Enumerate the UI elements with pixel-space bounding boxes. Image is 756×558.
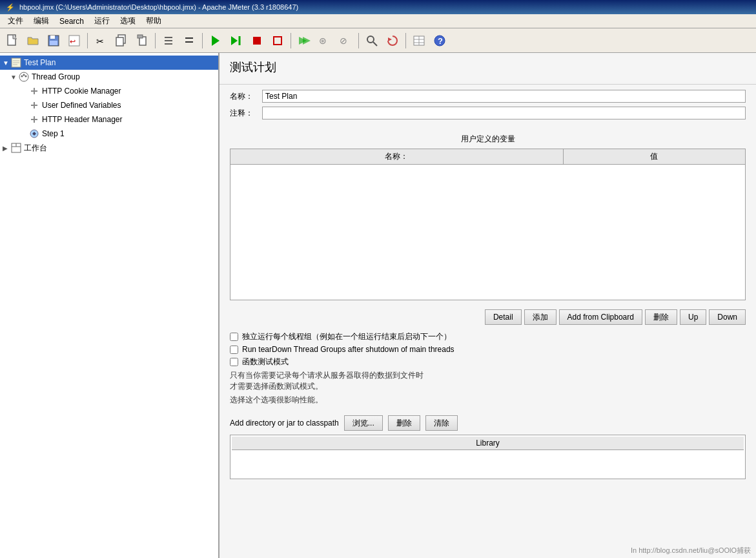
toolbar-list-btn[interactable]	[409, 31, 429, 50]
toolbar-new-btn[interactable]	[3, 31, 22, 50]
tree-item-user-vars[interactable]: ▶ User Defined Variables	[0, 98, 218, 112]
toolbar-run-remote-btn[interactable]	[294, 31, 314, 50]
variables-table: 名称： 值	[230, 149, 746, 165]
svg-point-40	[23, 74, 25, 76]
tree-item-step1[interactable]: ▶ Step 1	[0, 127, 218, 141]
tree-item-test-plan[interactable]: ▼ Test Plan	[0, 56, 218, 70]
classpath-section: Add directory or jar to classpath 浏览... …	[220, 410, 756, 484]
toolbar-clear-remote-btn[interactable]: ⊘	[336, 31, 355, 50]
toolbar-revert-btn[interactable]: ↩	[65, 31, 84, 50]
variables-table-body	[230, 165, 746, 300]
watermark: In http://blog.csdn.net/liu@sOOlO捕获	[631, 546, 751, 555]
menu-file[interactable]: 文件	[3, 14, 28, 28]
classpath-table: Library	[230, 435, 746, 479]
svg-rect-20	[274, 37, 281, 45]
icon-http-cookie	[28, 85, 40, 97]
checkbox2-row: Run tearDown Thread Groups after shutdow…	[230, 345, 746, 354]
tree-item-http-cookie[interactable]: ▶ HTTP Cookie Manager	[0, 84, 218, 98]
svg-point-41	[25, 76, 27, 78]
svg-line-26	[373, 42, 377, 46]
toolbar-sep-2	[155, 33, 156, 48]
tree-item-thread-group[interactable]: ▼ Thread Group	[0, 70, 218, 84]
main-layout: ▼ Test Plan ▼ Thread Group ▶ HTTP Cookie…	[0, 53, 756, 558]
toolbar-sep-1	[87, 33, 88, 48]
label-thread-group: Thread Group	[32, 72, 80, 81]
classpath-clear-button[interactable]: 清除	[425, 415, 458, 431]
up-button[interactable]: Up	[680, 309, 706, 325]
detail-button[interactable]: Detail	[485, 309, 522, 325]
menu-run[interactable]: 运行	[89, 14, 115, 28]
options-section: 独立运行每个线程组（例如在一个组运行结束后启动下一个） Run tearDown…	[220, 329, 756, 410]
checkbox3-row: 函数测试模式	[230, 356, 746, 367]
name-input[interactable]	[262, 90, 746, 103]
library-col-header: Library	[232, 437, 744, 450]
label-http-cookie: HTTP Cookie Manager	[42, 87, 121, 96]
toolbar-help-btn[interactable]: ?	[430, 31, 449, 50]
tree-item-workbench[interactable]: ▶ 工作台	[0, 141, 218, 155]
toolbar-open-btn[interactable]	[23, 31, 43, 50]
toolbar-shutdown-btn[interactable]	[268, 31, 287, 50]
checkbox1-row: 独立运行每个线程组（例如在一个组运行结束后启动下一个）	[230, 331, 746, 342]
svg-text:⊛: ⊛	[319, 36, 327, 46]
comment-input[interactable]	[262, 107, 746, 119]
title-bar: ⚡ hbpool.jmx (C:\Users\Administrator\Des…	[0, 0, 756, 14]
name-label: 名称：	[230, 91, 262, 102]
toolbar-paste-btn[interactable]	[132, 31, 152, 50]
checkbox1-input[interactable]	[230, 333, 238, 341]
svg-point-38	[19, 72, 28, 81]
svg-marker-16	[212, 36, 220, 46]
toolbar-reset-btn[interactable]	[383, 31, 402, 50]
arrow-workbench: ▶	[3, 145, 10, 152]
classpath-row: Add directory or jar to classpath 浏览... …	[230, 415, 746, 431]
icon-workbench	[10, 142, 22, 154]
toolbar-collapse-btn[interactable]	[179, 31, 199, 50]
content-title: 测试计划	[230, 59, 746, 75]
icon-step1	[28, 128, 40, 140]
label-workbench: 工作台	[24, 143, 47, 154]
checkbox3-input[interactable]	[230, 358, 238, 366]
menu-options[interactable]: 选项	[115, 14, 141, 28]
app-icon: ⚡	[5, 2, 15, 12]
svg-text:↩: ↩	[70, 37, 76, 45]
variables-section: 用户定义的变量 名称： 值	[230, 134, 746, 300]
svg-rect-10	[138, 35, 143, 38]
toolbar-run-nopause-btn[interactable]	[227, 31, 246, 50]
svg-text:?: ?	[438, 36, 443, 46]
classpath-delete-button[interactable]: 删除	[388, 415, 420, 431]
title-text: hbpool.jmx (C:\Users\Administrator\Deskt…	[19, 3, 298, 11]
label-test-plan: Test Plan	[24, 58, 56, 67]
label-step1: Step 1	[42, 129, 65, 138]
delete-button[interactable]: 删除	[645, 309, 677, 325]
label-http-header: HTTP Header Manager	[42, 115, 123, 124]
menu-help[interactable]: 帮助	[141, 14, 167, 28]
browse-button[interactable]: 浏览...	[344, 415, 383, 431]
menu-bar: 文件 编辑 Search 运行 选项 帮助	[0, 14, 756, 28]
add-button[interactable]: 添加	[524, 309, 557, 325]
label-user-vars: User Defined Variables	[42, 101, 121, 110]
svg-marker-17	[231, 36, 238, 45]
checkbox2-input[interactable]	[230, 346, 238, 354]
buttons-row: Detail 添加 Add from Clipboard 删除 Up Down	[220, 305, 756, 329]
svg-rect-3	[50, 41, 57, 45]
down-button[interactable]: Down	[709, 309, 746, 325]
tree-item-http-header[interactable]: ▶ HTTP Header Manager	[0, 112, 218, 127]
toolbar-search-btn[interactable]	[362, 31, 382, 50]
add-clipboard-button[interactable]: Add from Clipboard	[559, 309, 642, 325]
icon-user-vars	[28, 99, 40, 111]
arrow-thread-group: ▼	[10, 74, 18, 81]
name-row: 名称：	[230, 90, 746, 103]
svg-point-39	[21, 76, 23, 78]
toolbar-expand-btn[interactable]	[159, 31, 178, 50]
toolbar-cut-btn[interactable]: ✂	[91, 31, 110, 50]
svg-text:✂: ✂	[96, 36, 104, 46]
menu-edit[interactable]: 编辑	[28, 14, 54, 28]
toolbar-stop-remote-btn[interactable]: ⊛	[315, 31, 334, 50]
toolbar-save-btn[interactable]	[44, 31, 63, 50]
menu-search[interactable]: Search	[54, 16, 89, 27]
toolbar-copy-btn[interactable]	[112, 31, 131, 50]
toolbar-stop-btn[interactable]	[247, 31, 267, 50]
svg-rect-2	[50, 36, 55, 39]
toolbar-sep-3	[202, 33, 203, 48]
toolbar-run-btn[interactable]	[206, 31, 225, 50]
comment-row: 注释：	[230, 107, 746, 119]
